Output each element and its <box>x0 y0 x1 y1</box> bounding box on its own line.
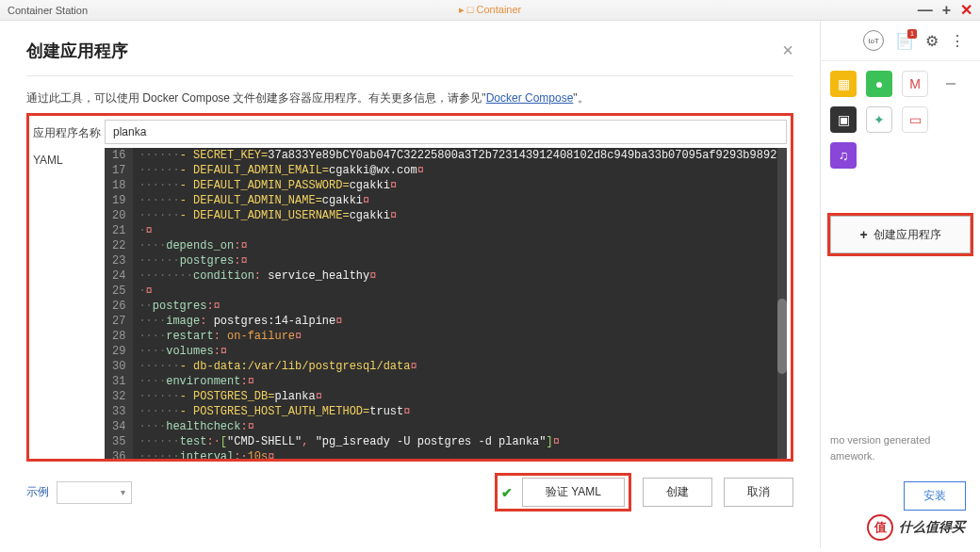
yaml-label: YAML <box>29 148 105 459</box>
chevron-down-icon: ▾ <box>121 487 125 497</box>
modal-footer: 示例 ▾ ✔ 验证 YAML 创建 取消 <box>26 473 793 511</box>
check-icon: ✔ <box>501 485 513 500</box>
titlebar: Container Station ▸ □ Container — + ✕ <box>0 0 980 21</box>
chat-app-icon[interactable]: ● <box>866 71 892 97</box>
watermark-text: 什么值得买 <box>899 519 965 536</box>
watermark: 值 什么值得买 <box>859 511 972 544</box>
desc-suffix: "。 <box>573 91 588 105</box>
yaml-editor[interactable]: 1617181920212223242526272829303132333435… <box>105 148 787 459</box>
app-title: Container Station <box>8 5 88 16</box>
minimize-button[interactable]: — <box>918 2 933 19</box>
close-button[interactable]: ✕ <box>960 1 972 19</box>
settings-icon[interactable]: ⚙ <box>925 32 939 50</box>
create-button-label: 创建应用程序 <box>874 227 941 243</box>
app-window: Container Station ▸ □ Container — + ✕ Io… <box>0 0 980 552</box>
editor-code[interactable]: ······- SECRET_KEY=37a833Ye89bCY0ab047C3… <box>133 148 787 459</box>
top-icon-row: IoT 📄1 ⚙ ⋮ <box>821 21 980 61</box>
mail-app-icon[interactable]: M <box>902 71 928 97</box>
watermark-badge: 值 <box>867 514 893 541</box>
folder-app-icon[interactable]: ▦ <box>830 71 857 97</box>
menu-icon[interactable]: ⋮ <box>950 32 965 50</box>
iot-icon[interactable]: IoT <box>863 30 884 51</box>
titlebar-center: ▸ □ Container <box>459 4 521 16</box>
modal-close-icon[interactable]: × <box>782 40 793 61</box>
app-name-label: 应用程序名称 <box>29 120 105 141</box>
notification-count: 1 <box>907 29 917 39</box>
desc-prefix: 通过此工具，可以使用 Docker Compose 文件创建多容器应用程序。有关… <box>26 91 486 105</box>
divider-icon <box>938 71 964 97</box>
blank-tile <box>938 106 964 133</box>
form-highlight-area: 应用程序名称 YAML 1617181920212223242526272829… <box>26 113 793 462</box>
editor-scrollbar-thumb[interactable] <box>777 299 787 374</box>
cancel-button[interactable]: 取消 <box>724 478 793 507</box>
editor-gutter: 1617181920212223242526272829303132333435… <box>105 148 133 459</box>
plus-icon: + <box>859 227 867 242</box>
modal-description: 通过此工具，可以使用 Docker Compose 文件创建多容器应用程序。有关… <box>26 89 793 107</box>
divider <box>26 75 793 76</box>
create-button[interactable]: 创建 <box>643 478 712 507</box>
notification-icon[interactable]: 📄1 <box>895 32 914 50</box>
create-application-button[interactable]: + 创建应用程序 <box>830 216 971 253</box>
create-app-modal: 创建应用程序 × 通过此工具，可以使用 Docker Compose 文件创建多… <box>0 21 820 548</box>
app-shortcut-grid: ▦ ● M ▣ ✦ ▭ ♫ <box>821 61 980 178</box>
validate-yaml-button[interactable]: 验证 YAML <box>522 478 625 507</box>
browser-app-icon[interactable]: ✦ <box>866 106 892 133</box>
maximize-button[interactable]: + <box>942 2 951 19</box>
right-sidebar: IoT 📄1 ⚙ ⋮ ▦ ● M ▣ ✦ ▭ ♫ + 创建应用程序 mo ver… <box>820 21 980 548</box>
modal-title: 创建应用程序 <box>26 40 128 62</box>
install-button[interactable]: 安装 <box>904 481 966 511</box>
calendar-app-icon[interactable]: ▭ <box>902 106 928 133</box>
editor-scrollbar-track[interactable] <box>777 148 787 459</box>
docker-compose-link[interactable]: Docker Compose <box>486 91 574 105</box>
app-name-input[interactable] <box>105 120 787 144</box>
example-dropdown[interactable]: ▾ <box>57 481 132 504</box>
info-text: mo version generated amework. <box>830 432 971 463</box>
video-app-icon[interactable]: ▣ <box>830 106 857 133</box>
window-controls: — + ✕ <box>918 1 972 19</box>
example-label: 示例 <box>26 484 49 500</box>
validate-highlight: ✔ 验证 YAML <box>495 473 631 511</box>
music-app-icon[interactable]: ♫ <box>830 142 857 169</box>
